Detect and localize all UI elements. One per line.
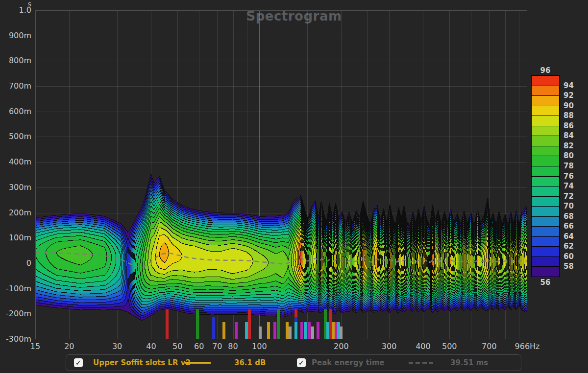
- freq-tick-label: 400: [416, 342, 431, 351]
- time-tick-label: 900m: [2, 31, 31, 40]
- freq-tick-label: 50: [172, 342, 182, 351]
- peak-energy-label: Peak energy time: [312, 358, 385, 367]
- freq-tick-label: 15: [30, 342, 40, 351]
- colorbar-min-label: 56: [531, 278, 560, 287]
- colorbar-cell: [531, 126, 560, 137]
- freq-tick-label: 300: [382, 342, 397, 351]
- colorbar-cell: [531, 226, 560, 237]
- colorbar-boundary-label: 74: [564, 182, 586, 190]
- colorbar-max-label: 96: [531, 66, 560, 75]
- colorbar-cell: [531, 266, 560, 277]
- colorbar-cell: [531, 196, 560, 207]
- time-tick-label: 800m: [2, 56, 31, 65]
- colorbar-cell: [531, 256, 560, 267]
- peak-energy-checkbox[interactable]: ✓: [297, 358, 306, 367]
- colorbar-cell: [531, 216, 560, 227]
- colorbar-cell: [531, 236, 560, 247]
- colorbar-boundary-label: 80: [564, 151, 586, 160]
- colorbar-cell: [531, 75, 560, 86]
- colorbar-boundary-label: 86: [564, 121, 586, 130]
- colorbar-boundary-label: 78: [564, 162, 586, 170]
- time-tick-label: 100m: [2, 233, 31, 242]
- colorbar-boundary-label: 84: [564, 131, 586, 140]
- freq-tick-label: 30: [112, 342, 122, 351]
- colorbar-boundary-label: 76: [564, 172, 586, 181]
- colorbar-cell: [531, 186, 560, 197]
- freq-tick-label: 70: [212, 342, 222, 351]
- colorbar-cell: [531, 146, 560, 157]
- spectrogram-plot-canvas[interactable]: [35, 10, 527, 339]
- peak-energy-line-swatch: [409, 362, 433, 364]
- freq-tick-label: 966Hz: [515, 342, 540, 351]
- time-tick-label: 400m: [2, 158, 31, 166]
- time-tick-label: -100m: [2, 284, 31, 293]
- colorbar-cell: [531, 206, 560, 217]
- freq-tick-label: 60: [194, 342, 204, 351]
- time-tick-label: 700m: [2, 82, 31, 91]
- colorbar-cell: [531, 116, 560, 126]
- colorbar-cell: [531, 176, 560, 187]
- colorbar-boundary-label: 90: [564, 101, 586, 110]
- time-tick-label: 1.0: [2, 6, 31, 15]
- colorbar-cell: [531, 166, 560, 177]
- colorbar-boundary-label: 58: [564, 262, 586, 271]
- colorbar-boundary-label: 62: [564, 242, 586, 251]
- freq-tick-label: 80: [228, 342, 238, 351]
- colorbar-boundary-label: 88: [564, 111, 586, 120]
- colorbar-boundary-label: 92: [564, 91, 586, 100]
- colorbar-boundary-label: 66: [564, 222, 586, 231]
- colorbar-cell: [531, 106, 560, 117]
- colorbar-boundary-label: 68: [564, 212, 586, 221]
- time-tick-label: -200m: [2, 309, 31, 318]
- time-tick-label: 0: [2, 259, 31, 268]
- colorbar-boundary-label: 72: [564, 192, 586, 201]
- time-tick-label: -300m: [2, 335, 31, 344]
- colorbar-cell: [531, 95, 560, 106]
- measurement-value: 36.1 dB: [234, 358, 266, 367]
- measurement-checkbox[interactable]: ✓: [74, 358, 83, 367]
- freq-tick-label: 20: [64, 342, 74, 351]
- measurement-label: Upper Soffit slots LR v2: [93, 358, 191, 367]
- colorbar-cell: [531, 156, 560, 166]
- colorbar-boundary-label: 82: [564, 141, 586, 150]
- time-tick-label: 200m: [2, 209, 31, 217]
- colorbar-cell: [531, 136, 560, 146]
- time-tick-label: 600m: [2, 107, 31, 116]
- freq-tick-label: 200: [334, 342, 349, 351]
- freq-tick-label: 500: [442, 342, 457, 351]
- peak-energy-value: 39.51 ms: [450, 358, 488, 367]
- colorbar-boundary-label: 70: [564, 202, 586, 210]
- legend-bar: ✓ Upper Soffit slots LR v2 36.1 dB ✓ Pea…: [66, 354, 521, 371]
- spectrogram-window: Spectrogram s 1.0900m800m700m600m500m400…: [0, 0, 588, 373]
- colorbar-boundary-label: 60: [564, 252, 586, 261]
- freq-tick-label: 700: [482, 342, 497, 351]
- measurement-line-swatch: [185, 362, 211, 364]
- time-tick-label: 300m: [2, 183, 31, 192]
- colorbar-boundary-label: 94: [564, 81, 586, 90]
- colorbar-cell: [531, 86, 560, 96]
- time-tick-label: 500m: [2, 132, 31, 141]
- colorbar-cell: [531, 246, 560, 257]
- freq-tick-label: 100: [252, 342, 267, 351]
- colorbar-boundary-label: 64: [564, 232, 586, 241]
- freq-tick-label: 40: [146, 342, 156, 351]
